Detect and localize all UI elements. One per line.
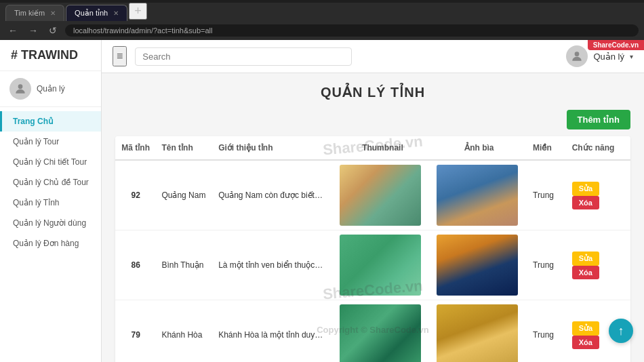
col-header-thumbnail: Thumbnail <box>334 136 430 160</box>
table-row: 79 Khánh Hòa Khánh Hòa là một tỉnh duyên… <box>115 300 630 363</box>
svg-point-1 <box>575 52 580 56</box>
thumbnail-img-0 <box>340 165 421 226</box>
cell-ma-2: 79 <box>115 300 156 363</box>
sidebar-username: Quản lý <box>37 84 65 94</box>
cell-gioi-1: Là một tỉnh ven biển thuộc vùng Duy ... <box>213 230 334 300</box>
xoa-button-0[interactable]: Xóa <box>572 196 599 209</box>
col-header-chucnang: Chức năng <box>567 136 630 160</box>
cell-gioi-2: Khánh Hòa là một tỉnh duyên hải Na... <box>213 300 334 363</box>
cell-ten-1: Bình Thuận <box>156 230 213 300</box>
brand-text: # TRAWIND <box>11 48 78 62</box>
cell-mien-2: Trung <box>527 300 567 363</box>
cell-anhbia-0 <box>431 160 527 230</box>
user-avatar-top <box>566 45 588 67</box>
col-header-mien: Miền <box>527 136 567 160</box>
tab-bar: Tim kiếm ✕ Quản tỉnh ✕ + <box>0 3 644 21</box>
new-tab-button[interactable]: + <box>129 3 147 20</box>
brand-logo: # TRAWIND <box>0 40 101 71</box>
anhbia-img-1 <box>437 235 518 296</box>
add-tinh-button[interactable]: Thêm tỉnh <box>567 110 631 129</box>
cell-chucnang-0: Sửa Xóa <box>567 160 630 230</box>
cell-anhbia-2 <box>431 300 527 363</box>
sidebar-item-quan-ly-tour[interactable]: Quản lý Tour <box>0 132 101 152</box>
avatar <box>9 78 31 100</box>
sua-button-2[interactable]: Sửa <box>572 321 599 336</box>
cell-gioi-0: Quảng Nam còn được biết đến là vù ... <box>213 160 334 230</box>
thumbnail-img-1 <box>340 235 421 296</box>
back-button[interactable]: ← <box>5 24 20 37</box>
sharecode-badge: ShareCode.vn <box>588 40 644 50</box>
forward-button[interactable]: → <box>26 24 41 37</box>
cell-ten-2: Khánh Hòa <box>156 300 213 363</box>
sharecode-logo-text: ShareCode.vn <box>593 41 639 49</box>
anhbia-img-2 <box>437 304 518 362</box>
sidebar-user-info: Quản lý <box>0 71 101 107</box>
cell-chucnang-1: Sửa Xóa <box>567 230 630 300</box>
xoa-button-2[interactable]: Xóa <box>572 336 599 349</box>
sidebar: # TRAWIND Quản lý Trang Chủ Quản lý Tour… <box>0 40 102 362</box>
cell-ma-1: 86 <box>115 230 156 300</box>
col-header-ten: Tên tỉnh <box>156 136 213 160</box>
table-row: 92 Quảng Nam Quảng Nam còn được biết đến… <box>115 160 630 230</box>
reload-button[interactable]: ↺ <box>46 24 60 37</box>
tab-tim-kiem[interactable]: Tim kiếm ✕ <box>5 5 64 21</box>
sidebar-item-chi-tiet-tour[interactable]: Quản lý Chi tiết Tour <box>0 152 101 172</box>
sidebar-nav: Trang Chủ Quản lý Tour Quản lý Chi tiết … <box>0 107 101 258</box>
dropdown-arrow-icon: ▾ <box>630 53 633 60</box>
search-input[interactable] <box>135 47 352 66</box>
cell-ma-0: 92 <box>115 160 156 230</box>
cell-mien-0: Trung <box>527 160 567 230</box>
browser-chrome: Tim kiếm ✕ Quản tỉnh ✕ + ← → ↺ localhost… <box>0 0 644 40</box>
cell-mien-1: Trung <box>527 230 567 300</box>
address-bar[interactable]: localhost/trawind/admin/?act=tinh&sub=al… <box>65 24 639 37</box>
table-row: 86 Bình Thuận Là một tỉnh ven biển thuộc… <box>115 230 630 300</box>
col-header-gioi: Giới thiệu tỉnh <box>213 136 334 160</box>
sidebar-item-nguoi-dung[interactable]: Quản lý Người dùng <box>0 213 101 233</box>
sidebar-item-chu-de-tour[interactable]: Quản lý Chủ đề Tour <box>0 172 101 193</box>
scroll-top-button[interactable]: ↑ <box>609 319 633 343</box>
main-panel: ≡ Quản lý ▾ ShareCode.vn ShareCode.vn Co… <box>102 40 644 362</box>
col-header-anhbia: Ảnh bìa <box>431 136 527 160</box>
data-table: Mã tỉnh Tên tỉnh Giới thiệu tỉnh Thumbna… <box>115 136 630 362</box>
thumbnail-img-2 <box>340 304 421 362</box>
tab-quan-tinh[interactable]: Quản tỉnh ✕ <box>66 5 127 21</box>
sua-button-0[interactable]: Sửa <box>572 182 599 196</box>
topbar: ≡ Quản lý ▾ <box>102 40 644 73</box>
tab-close-icon[interactable]: ✕ <box>50 9 56 17</box>
anhbia-img-0 <box>437 165 518 226</box>
cell-anhbia-1 <box>431 230 527 300</box>
svg-point-0 <box>18 84 23 89</box>
cell-thumbnail-1 <box>334 230 430 300</box>
tab-label: Tim kiếm <box>14 9 45 18</box>
col-header-ma: Mã tỉnh <box>115 136 156 160</box>
page-title: QUẢN LÝ TỈNH <box>115 84 630 100</box>
user-name-top: Quản lý <box>593 52 624 62</box>
content-area: ShareCode.vn ShareCode.vn Copyright © Sh… <box>102 73 644 362</box>
tab-close-active-icon[interactable]: ✕ <box>113 9 119 17</box>
sidebar-item-trang-chu[interactable]: Trang Chủ <box>0 111 101 132</box>
address-bar-row: ← → ↺ localhost/trawind/admin/?act=tinh&… <box>0 21 644 40</box>
xoa-button-1[interactable]: Xóa <box>572 266 599 279</box>
sua-button-1[interactable]: Sửa <box>572 252 599 266</box>
cell-thumbnail-2 <box>334 300 430 363</box>
sidebar-item-don-hang[interactable]: Quản lý Đơn hàng <box>0 233 101 254</box>
action-row: Thêm tỉnh <box>115 110 630 129</box>
app-container: # TRAWIND Quản lý Trang Chủ Quản lý Tour… <box>0 40 644 362</box>
cell-thumbnail-0 <box>334 160 430 230</box>
tab-label-active: Quản tỉnh <box>75 9 108 18</box>
hamburger-button[interactable]: ≡ <box>113 46 127 66</box>
cell-ten-0: Quảng Nam <box>156 160 213 230</box>
sidebar-item-quan-ly-tinh[interactable]: Quản lý Tỉnh <box>0 193 101 213</box>
